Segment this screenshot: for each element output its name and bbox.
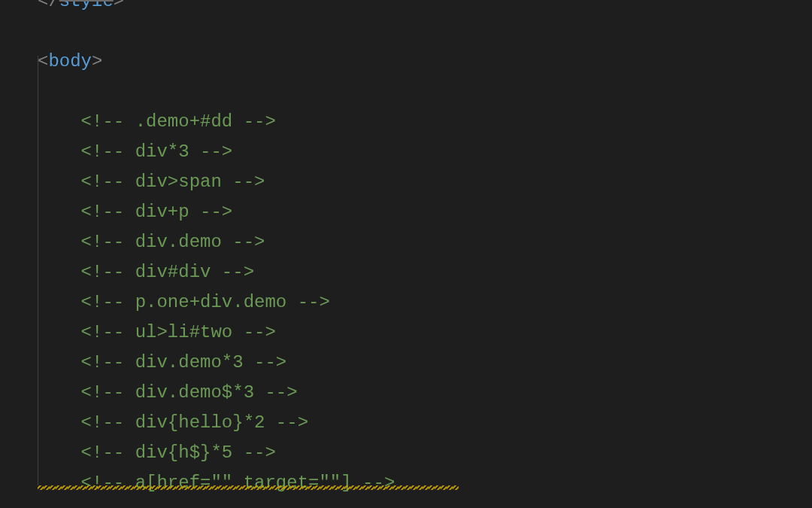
code-line-comment: <!-- a[href="" target=""] -->	[0, 468, 812, 498]
code-line-comment: <!-- div.demo*3 -->	[0, 348, 812, 378]
code-line-blank	[0, 17, 812, 47]
code-line-comment: <!-- div{hello}*2 -->	[0, 408, 812, 438]
warning-underline-icon	[38, 485, 459, 490]
indent-guide	[38, 56, 38, 485]
code-line-comment: <!-- div+p -->	[0, 197, 812, 227]
code-line-comment: <!-- div.demo$*3 -->	[0, 378, 812, 408]
code-line-comment: <!-- .demo+#dd -->	[0, 107, 812, 137]
code-line-blank	[0, 77, 812, 107]
code-line-comment: <!-- ul>li#two -->	[0, 318, 812, 348]
code-editor[interactable]: </style> <body> <!-- .demo+#dd --> <!-- …	[0, 0, 812, 494]
code-line-comment: <!-- div>span -->	[0, 167, 812, 197]
code-line: </style>	[0, 0, 812, 17]
code-line-comment: <!-- div*3 -->	[0, 137, 812, 167]
code-line-comment: <!-- div.demo -->	[0, 227, 812, 257]
code-line-comment: <!-- div{h$}*5 -->	[0, 438, 812, 468]
tag-name: body	[48, 51, 92, 71]
tag-name: style	[59, 0, 114, 11]
code-line: <body>	[0, 47, 812, 77]
code-line-comment: <!-- p.one+div.demo -->	[0, 287, 812, 318]
code-line-comment: <!-- div#div -->	[0, 257, 812, 287]
